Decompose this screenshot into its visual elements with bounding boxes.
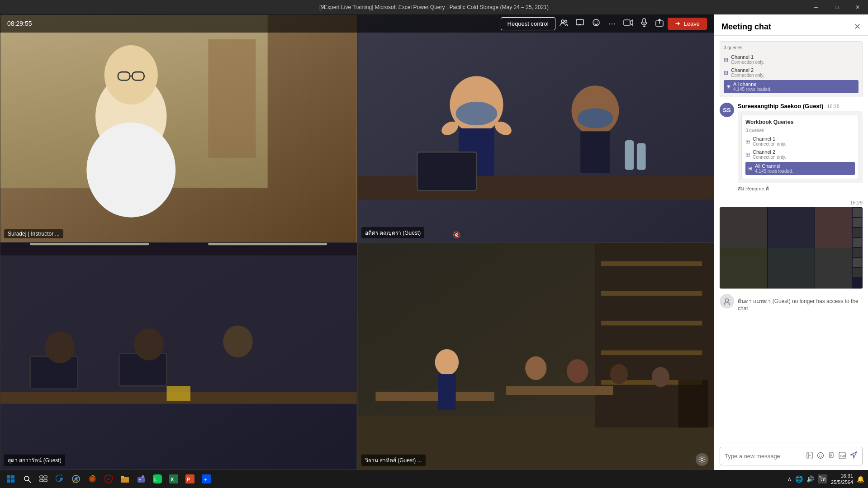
svg-point-62: [701, 459, 703, 461]
restore-button[interactable]: □: [826, 0, 847, 14]
svg-rect-36: [30, 243, 149, 245]
query-ch2: ⊞ Channel 2 Connection only.: [745, 148, 855, 161]
more-options-icon[interactable]: ⋯: [608, 19, 616, 28]
chat-image: [720, 207, 863, 289]
reactions-icon[interactable]: [592, 18, 601, 29]
system-message: ตินดา แมพต่า (Guest) no longer has acces…: [720, 294, 863, 312]
svg-rect-28: [580, 131, 610, 173]
taskbar-date: 25/5/2564: [831, 479, 853, 485]
system-msg-text: ตินดา แมพต่า (Guest) no longer has acces…: [738, 294, 863, 312]
svg-point-95: [90, 477, 95, 481]
giphy-icon[interactable]: GIF: [839, 452, 846, 461]
svg-text:L: L: [154, 477, 157, 482]
ch2-name: Channel 2: [731, 67, 764, 73]
taskbar-firefox[interactable]: [85, 472, 100, 486]
taskbar-taskview[interactable]: [36, 472, 51, 486]
mic-icon[interactable]: [640, 18, 648, 29]
grid-cell-5: [768, 248, 815, 289]
svg-rect-51: [601, 350, 702, 355]
svg-rect-61: [678, 380, 708, 427]
taskbar-edge[interactable]: [52, 472, 67, 486]
taskbar-teams[interactable]: T: [134, 472, 148, 486]
chat-panel: Meeting chat ✕ 3 queries ⊞ Channel 1 Con…: [714, 14, 868, 470]
svg-rect-85: [11, 479, 14, 483]
taskbar-clock[interactable]: 16:31 25/5/2564: [831, 473, 853, 486]
emoji-icon[interactable]: [817, 452, 824, 461]
all-label: All Channel: [755, 163, 793, 169]
image-time: 16:29: [720, 200, 863, 205]
attach-icon[interactable]: [828, 452, 835, 461]
svg-rect-90: [40, 479, 43, 482]
title-bar: [9Expert Live Training] Microsoft Excel …: [0, 0, 868, 14]
system-avatar: [720, 294, 734, 308]
close-chat-button[interactable]: ✕: [854, 22, 861, 32]
grid-cell-4: [720, 248, 767, 289]
strip-cell-6: [853, 258, 862, 267]
svg-rect-88: [40, 476, 43, 478]
video-label-auditorium: วิธาน สาทิตย์ (Guest) ...: [361, 455, 426, 466]
tray-ime[interactable]: ไท: [818, 474, 827, 483]
video-settings-icon[interactable]: [696, 453, 708, 466]
tray-speaker[interactable]: 🔊: [806, 475, 814, 483]
svg-point-59: [610, 364, 627, 384]
leave-button[interactable]: Leave: [668, 18, 707, 30]
svg-rect-84: [7, 479, 10, 483]
ch1-label: Channel 1: [753, 136, 786, 142]
chat-messages: 3 queries ⊞ Channel 1 Connection only. ⊞…: [714, 36, 868, 442]
ss-msg-bubble: Workbook Queries 3 queries ⊞ Channel 1 C…: [738, 111, 863, 183]
share-icon[interactable]: [655, 18, 664, 29]
start-button[interactable]: [4, 472, 18, 486]
query-item-ch2-first: ⊞ Channel 2 Connection only.: [724, 66, 859, 79]
taskbar-time: 16:31: [831, 473, 853, 479]
svg-rect-32: [636, 143, 645, 170]
strip-cell-2: [853, 218, 862, 227]
taskbar-powerpoint[interactable]: P: [183, 472, 197, 486]
video-area: 08:29:55 Request control: [0, 14, 714, 470]
image-message: 16:29: [720, 200, 863, 289]
ss-avatar: SS: [720, 103, 734, 117]
svg-line-87: [28, 480, 31, 483]
video-cell-instructor: Suradej | Instructor ...: [0, 14, 357, 242]
taskbar-explorer[interactable]: [118, 472, 132, 486]
tray-network[interactable]: 🌐: [795, 475, 803, 483]
svg-point-60: [651, 367, 669, 387]
taskbar-security[interactable]: [101, 472, 116, 486]
grid-cell-1: [720, 207, 767, 248]
taskbar-search[interactable]: [20, 472, 34, 486]
svg-rect-83: [11, 475, 14, 479]
rename-hint: ส่ม Rename ค์: [738, 183, 863, 194]
svg-point-29: [577, 108, 613, 128]
request-control-button[interactable]: Request control: [501, 17, 555, 30]
all-icon: ⊞: [748, 166, 752, 171]
taskbar-excel[interactable]: X: [166, 472, 181, 486]
toolbar-center: Request control: [501, 17, 707, 30]
camera-icon[interactable]: [623, 19, 633, 28]
ch2-icon: ⊞: [745, 152, 750, 158]
chat-header: Meeting chat ✕: [714, 14, 868, 36]
format-icon[interactable]: [806, 452, 813, 461]
svg-text:GIF: GIF: [840, 454, 846, 458]
taskbar-line[interactable]: L: [150, 472, 165, 486]
svg-rect-48: [601, 261, 702, 266]
svg-point-15: [104, 45, 158, 104]
query-item-all-first: ⊞ All channel 4,145 rows loaded.: [724, 80, 859, 93]
notification-bell[interactable]: 🔔: [857, 475, 864, 483]
svg-rect-56: [438, 374, 455, 410]
window-title: [9Expert Live Training] Microsoft Excel …: [319, 4, 549, 10]
chat-icon[interactable]: [575, 18, 584, 29]
svg-rect-7: [643, 19, 645, 23]
send-icon[interactable]: [849, 451, 858, 461]
minimize-button[interactable]: ─: [806, 0, 826, 14]
participants-icon[interactable]: [559, 18, 568, 29]
ch1-conn: Connection only.: [753, 142, 786, 147]
strip-cell-7: [853, 268, 862, 277]
close-button[interactable]: ✕: [847, 0, 868, 14]
svg-point-58: [567, 359, 588, 383]
chat-message-input[interactable]: [725, 453, 802, 460]
svg-point-1: [564, 20, 567, 22]
svg-rect-2: [576, 19, 583, 25]
taskbar-chrome[interactable]: [69, 472, 83, 486]
meeting-time: 08:29:55: [7, 20, 32, 27]
tray-up-arrow[interactable]: ∧: [787, 476, 792, 482]
taskbar-app2[interactable]: +: [199, 472, 213, 486]
